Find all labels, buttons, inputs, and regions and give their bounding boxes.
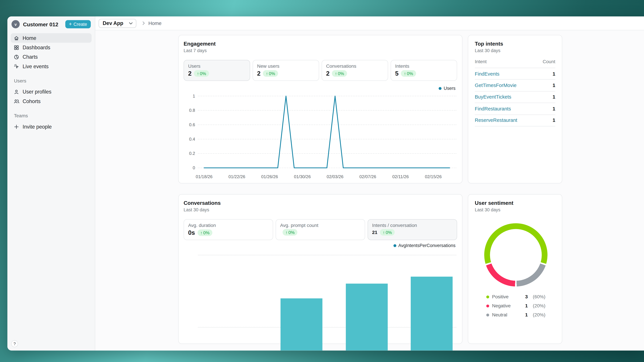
table-row: FindEvents 1 [475,68,555,80]
intent-link[interactable]: FindRestaurants [475,106,511,111]
svg-text:02/15/26: 02/15/26 [425,174,442,179]
pie-chart-icon [14,54,19,60]
svg-text:0.8: 0.8 [189,108,195,113]
intent-link[interactable]: ReserveRestaurant [475,117,517,123]
svg-text:01/30/26: 01/30/26 [294,174,311,179]
legend-label: Negative [492,303,525,308]
card-subtitle: Last 30 days [475,207,555,212]
sidebar-item-charts[interactable]: Charts [11,52,92,61]
legend-percent: (20%) [531,303,546,308]
svg-text:1: 1 [193,94,195,98]
svg-text:02/07/26: 02/07/26 [360,174,376,179]
sidebar-item-label: Live events [23,63,49,69]
main-area: Dev App Home Engagement Last 7 days User… [95,16,644,351]
workspace-header: v Customer 012 + Create [8,16,95,32]
workspace-name: Customer 012 [23,21,62,27]
dashboard-content: Engagement Last 7 days Users 2 ↑0% New u… [95,30,644,351]
card-subtitle: Last 30 days [475,48,555,53]
table-row: BuyEventTickets 1 [475,91,555,103]
sidebar-item-label: Home [23,35,36,41]
sidebar-item-label: User profiles [23,89,52,94]
sidebar-nav-teams: Invite people [8,121,95,131]
plus-icon: + [69,22,72,26]
sidebar-item-label: Dashboards [23,44,50,50]
legend-dot [486,304,489,307]
svg-text:02/11/26: 02/11/26 [392,174,409,179]
app-window: v Customer 012 + Create Home Dashboards [8,16,644,351]
bar [346,284,388,351]
card-title: User sentiment [475,200,555,206]
legend-label: Positive [492,294,525,299]
user-sentiment-card: User sentiment Last 30 days Positive 3 (… [468,194,562,344]
sidebar-section-users: Users [14,78,95,83]
sentiment-legend: Positive 3 (60%) Negative 1 (20%) [486,292,546,320]
sidebar-item-label: Charts [23,54,38,60]
workspace-avatar[interactable]: v [12,20,20,28]
legend-row-neutral: Neutral 1 (20%) [486,310,546,319]
dashboards-icon [14,44,19,50]
home-icon [14,35,19,41]
bar [411,277,453,351]
cursor-click-icon [14,63,19,69]
column-intent: Intent [475,59,486,64]
bar [280,298,322,351]
chevron-down-icon [129,22,133,24]
sentiment-donut-chart [484,223,548,286]
svg-text:01/18/26: 01/18/26 [196,174,212,179]
avg-intents-bar-chart [178,195,462,344]
top-intents-table: Intent Count FindEvents 1 GetTimesForMov… [475,59,555,126]
intent-count: 1 [552,82,555,88]
svg-text:0.6: 0.6 [189,122,195,127]
conversations-card: Conversations Last 30 days Avg. duration… [178,194,462,344]
sidebar-section-teams: Teams [14,113,95,118]
column-count: Count [543,59,555,64]
sidebar-item-label: Cohorts [23,98,40,104]
table-header: Intent Count [475,59,555,68]
create-button[interactable]: + Create [65,20,91,28]
sidebar-item-home[interactable]: Home [11,33,92,42]
app-selector-label: Dev App [103,20,123,26]
legend-dot [486,295,489,298]
help-button[interactable]: ? [11,340,18,347]
svg-text:01/26/26: 01/26/26 [261,174,278,179]
svg-text:01/22/26: 01/22/26 [228,174,245,179]
table-row: GetTimesForMovie 1 [475,80,555,91]
intent-count: 1 [552,94,555,100]
legend-count: 1 [525,303,528,308]
svg-text:0.4: 0.4 [189,137,195,141]
intent-link[interactable]: FindEvents [475,71,500,77]
plus-icon [14,124,19,129]
intent-link[interactable]: GetTimesForMovie [475,82,516,88]
legend-row-negative: Negative 1 (20%) [486,301,546,310]
svg-text:02/03/26: 02/03/26 [327,174,344,179]
users-line-chart: 00.20.40.60.8101/18/2601/22/2601/26/2601… [178,35,463,184]
intent-count: 1 [552,106,555,111]
svg-text:0: 0 [193,165,195,170]
sidebar-item-dashboards[interactable]: Dashboards [11,43,92,52]
table-row: ReserveRestaurant 1 [475,115,555,126]
legend-row-positive: Positive 3 (60%) [486,292,546,301]
legend-count: 1 [525,312,528,317]
intent-count: 1 [552,117,555,123]
sidebar: v Customer 012 + Create Home Dashboards [8,16,95,351]
breadcrumb-page[interactable]: Home [148,20,162,26]
sidebar-nav-users: User profiles Cohorts [8,86,95,106]
topbar: Dev App Home [95,16,644,30]
create-button-label: Create [74,22,87,27]
cohorts-icon [14,98,19,104]
sidebar-item-user-profiles[interactable]: User profiles [11,87,92,96]
legend-count: 3 [525,294,528,299]
desktop-background: v Customer 012 + Create Home Dashboards [0,0,644,362]
sidebar-item-live-events[interactable]: Live events [11,61,92,71]
svg-text:0.2: 0.2 [189,151,195,156]
sidebar-item-invite-people[interactable]: Invite people [11,122,92,131]
legend-dot [486,313,489,316]
app-selector[interactable]: Dev App [98,18,136,28]
top-intents-card: Top intents Last 30 days Intent Count Fi… [468,35,562,184]
sidebar-item-label: Invite people [23,124,52,129]
user-icon [14,89,19,94]
engagement-card: Engagement Last 7 days Users 2 ↑0% New u… [178,35,462,184]
sidebar-item-cohorts[interactable]: Cohorts [11,96,92,106]
intent-link[interactable]: BuyEventTickets [475,94,511,100]
legend-label: Neutral [492,312,525,317]
